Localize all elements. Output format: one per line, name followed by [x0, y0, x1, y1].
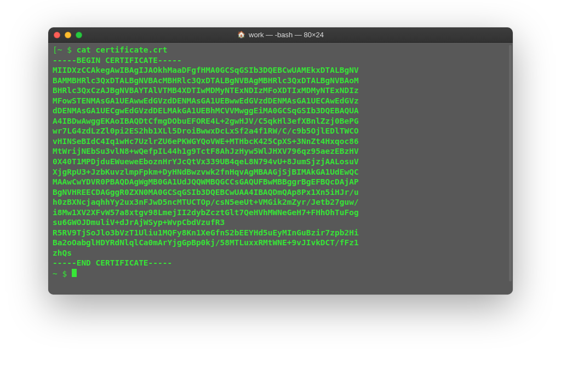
- terminal-body[interactable]: [~ $ cat certificate.crt -----BEGIN CERT…: [48, 43, 513, 295]
- output-line: XjgRpU3+JzbKuvzlmpFpkm+DyHNdBwzvwk2fnHqv…: [53, 167, 508, 177]
- traffic-lights: [54, 32, 82, 38]
- output-line: h0zBXNcjaqhhYy2ux3nFJwD5ncMTUCTOp/csN5ee…: [53, 197, 508, 207]
- output-line: MtWrijNEbSu3vlN8+wQefpIL44h1g9TctF8AhJzH…: [53, 146, 508, 157]
- command-text: cat certificate.crt: [77, 45, 168, 55]
- scrollbar[interactable]: [509, 45, 512, 281]
- output-line: MIIDXzCCAkegAwIBAgIJAOkhMaaDFgfHMA0GCSqG…: [53, 65, 508, 76]
- terminal-window: 🏠 work — -bash — 80×24 [~ $ cat certific…: [48, 27, 513, 295]
- output-line: BHRlc3QxCzAJBgNVBAYTAlVTMB4XDTIwMDMyNTEx…: [53, 85, 508, 96]
- output-line: -----BEGIN CERTIFICATE-----: [53, 55, 508, 66]
- output-line: Ba2oOabglHDYRdNlqlCa0mArYjgGpBp0kj/58MTL…: [53, 238, 508, 248]
- output-line: MFowSTENMAsGA1UEAwwEdGVzdDENMAsGA1UEBwwE…: [53, 96, 508, 106]
- output-line: su6GWOJDmuliV+dJrAjWSyp+WvpCbdVzufR3: [53, 217, 508, 228]
- output-line: MAAwCwYDVR0PBAQDAgWgMB0GA1UdJQQWMBQGCCsG…: [53, 177, 508, 187]
- output-line: wr7LG4zdLzZl0pi2ES2hb1XLl5DroiBwwxDcLxSf…: [53, 126, 508, 136]
- prompt-line-1: [~ $ cat certificate.crt: [53, 45, 508, 55]
- prompt-prefix: [~ $: [53, 45, 77, 55]
- output-line: R5RV9TjSoJlo3bVzT1Uliu1MQFy8Kn1XeGfnS2bE…: [53, 228, 508, 238]
- output-line: BgNVHREECDAGggR0ZXN0MA0GCSqGSIb3DQEBCwUA…: [53, 187, 508, 198]
- output-line: i8Mw1XV2XFvW57a8xtgv98LmejII2dybZcztGlt7…: [53, 207, 508, 218]
- output-line: dDENMAsGA1UECgwEdGVzdDELMAkGA1UEBhMCVVMw…: [53, 106, 508, 116]
- close-icon[interactable]: [54, 32, 60, 38]
- cursor-icon: [72, 269, 77, 277]
- maximize-icon[interactable]: [76, 32, 82, 38]
- scrollbar-thumb[interactable]: [509, 45, 512, 281]
- window-title: 🏠 work — -bash — 80×24: [48, 31, 513, 39]
- prompt-line-2: ~ $: [53, 268, 508, 279]
- minimize-icon[interactable]: [65, 32, 71, 38]
- output-line: -----END CERTIFICATE-----: [53, 258, 508, 268]
- title-text: work — -bash — 80×24: [249, 31, 324, 39]
- home-icon: 🏠: [237, 31, 245, 39]
- output-line: BAMMBHRlc3QxDTALBgNVBAcMBHRlc3QxDTALBgNV…: [53, 76, 508, 86]
- titlebar[interactable]: 🏠 work — -bash — 80×24: [48, 27, 513, 43]
- prompt-prefix: ~ $: [53, 269, 72, 279]
- output-line: zhQs: [53, 248, 508, 258]
- output-line: A4IBDwAwggEKAoIBAQDtCfmgDObuEFORE4L+2gwH…: [53, 116, 508, 126]
- output-line: vHINSeBIdC4Iq1wHc7UzlrZU6ePKWGYQoVWE+MTH…: [53, 136, 508, 147]
- output-line: 0X40T1MPDjduEWueweEboznHrYJcQtVx339UB4qe…: [53, 157, 508, 167]
